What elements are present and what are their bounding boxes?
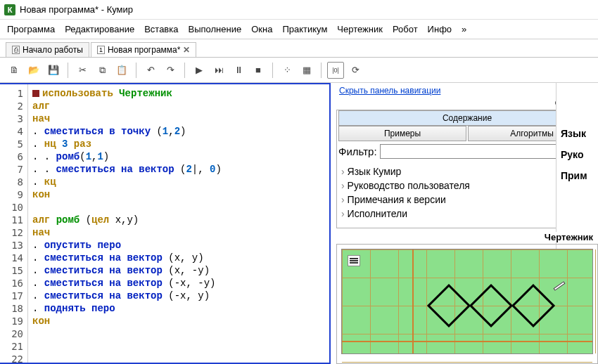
code-line[interactable]: . сместиться в точку (1,2) (32, 125, 325, 138)
menu-Вставка[interactable]: Вставка (144, 24, 178, 34)
code-line[interactable]: . сместиться на вектор (x, -y) (32, 264, 325, 277)
breakpoint-icon[interactable] (32, 90, 39, 97)
editor-tab[interactable]: 1Новая программа*✕ (91, 42, 197, 57)
modules-icon[interactable]: ⁘ (279, 62, 295, 79)
close-icon[interactable]: ✕ (183, 45, 190, 55)
diamond-shape (427, 284, 471, 327)
tab-icon: 1 (97, 46, 105, 54)
code-line[interactable]: . нц 3 раз (32, 138, 325, 150)
menu-Робот[interactable]: Робот (393, 24, 418, 34)
side-topic[interactable]: Язык (561, 128, 594, 139)
line-gutter: 12345678910111213141516171819202122 (0, 84, 28, 363)
tab-label: Новая программа* (108, 45, 181, 55)
code-line[interactable]: алг (32, 100, 325, 112)
redo-icon[interactable]: ↷ (162, 62, 179, 79)
menu-Программа[interactable]: Программа (7, 24, 55, 34)
undo-icon[interactable]: ↶ (142, 62, 159, 79)
main-area: 12345678910111213141516171819202122 испо… (0, 83, 598, 364)
menu-»[interactable]: » (462, 24, 466, 34)
code-editor[interactable]: использовать Чертежникалгнач. сместиться… (28, 84, 329, 363)
tabbar: ⎙Начало работы1Новая программа*✕ (0, 39, 598, 58)
drawer-panel: Чертежник (336, 244, 598, 364)
canvas-menu-icon[interactable] (348, 255, 360, 266)
separator (136, 63, 136, 78)
side-topic[interactable]: Руко (561, 149, 594, 160)
editor-tab[interactable]: ⎙Начало работы (6, 42, 89, 57)
step-icon[interactable]: ⏭ (210, 62, 227, 79)
app-icon: К (4, 4, 15, 15)
menubar: ПрограммаРедактированиеВставкаВыполнение… (0, 20, 598, 39)
code-line[interactable] (32, 201, 325, 214)
separator (272, 63, 273, 78)
new-file-icon[interactable]: 🗎 (6, 62, 23, 79)
code-line[interactable]: . сместиться на вектор (-x, -y) (32, 277, 325, 290)
code-line[interactable]: . кц (32, 176, 325, 188)
settings-icon[interactable]: ▦ (298, 62, 315, 79)
tab-icon: ⎙ (12, 46, 20, 54)
menu-Чертежник[interactable]: Чертежник (337, 24, 383, 34)
pause-icon[interactable]: ⏸ (230, 62, 247, 79)
copy-icon[interactable]: ⧉ (94, 62, 110, 79)
code-line[interactable] (32, 353, 325, 364)
editor-pane: 12345678910111213141516171819202122 испо… (0, 83, 331, 364)
diamond-shape (511, 284, 555, 327)
code-line[interactable] (32, 327, 325, 340)
code-line[interactable]: . . сместиться на вектор (2|, 0) (32, 163, 325, 176)
code-line[interactable]: кон (32, 315, 325, 327)
drawer-canvas[interactable] (341, 249, 593, 354)
run-icon[interactable]: ▶ (191, 62, 208, 79)
menu-Инфо[interactable]: Инфо (428, 24, 452, 34)
counter-icon[interactable]: |0| (327, 62, 344, 79)
menu-Выполнение[interactable]: Выполнение (188, 24, 241, 34)
side-topic[interactable]: Прим (561, 170, 594, 181)
tab-examples[interactable]: Примеры (338, 126, 466, 141)
menu-Окна[interactable]: Окна (251, 24, 272, 34)
titlebar: К Новая программа* - Кумир (0, 0, 598, 20)
cut-icon[interactable]: ✂ (74, 62, 91, 79)
filter-label: Фильтр: (338, 145, 377, 157)
drawer-title: Чертежник (540, 232, 597, 242)
separator (68, 63, 68, 78)
window-title: Новая программа* - Кумир (20, 4, 133, 15)
paste-icon[interactable]: 📋 (113, 62, 130, 79)
right-panels: Скрыть панель навигации Справка Содержан… (331, 83, 598, 364)
code-line[interactable]: нач (32, 112, 325, 125)
stop-icon[interactable]: ■ (250, 62, 267, 79)
code-line[interactable]: . опустить перо (32, 239, 325, 252)
separator (184, 63, 185, 78)
code-line[interactable]: . сместиться на вектор (-x, y) (32, 290, 325, 302)
code-line[interactable]: кон (32, 188, 325, 201)
refresh-icon[interactable]: ⟳ (347, 62, 364, 79)
pen-icon (553, 281, 565, 291)
menu-Практикум[interactable]: Практикум (282, 24, 327, 34)
toolbar: 🗎 📂 💾 ✂ ⧉ 📋 ↶ ↷ ▶ ⏭ ⏸ ■ ⁘ ▦ |0| ⟳ (0, 58, 598, 83)
code-line[interactable] (32, 340, 325, 353)
code-line[interactable]: . поднять перо (32, 302, 325, 315)
code-line[interactable]: . сместиться на вектор (x, y) (32, 252, 325, 264)
open-file-icon[interactable]: 📂 (25, 62, 42, 79)
menu-Редактирование[interactable]: Редактирование (65, 24, 134, 34)
code-line[interactable]: алг ромб (цел x,y) (32, 214, 325, 226)
code-line[interactable]: нач (32, 226, 325, 239)
save-icon[interactable]: 💾 (45, 62, 62, 79)
code-line[interactable]: использовать Чертежник (32, 87, 325, 100)
code-line[interactable]: . . ромб(1,1) (32, 150, 325, 163)
diamond-shape (469, 284, 513, 327)
separator (321, 63, 322, 78)
tab-label: Начало работы (23, 45, 83, 55)
